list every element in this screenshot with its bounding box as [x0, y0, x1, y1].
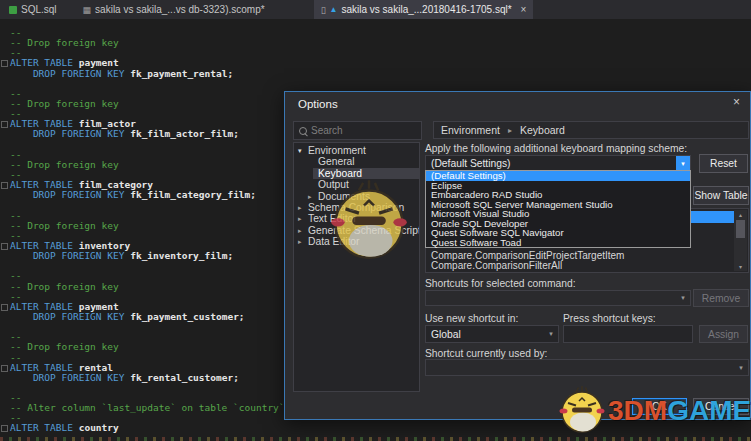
code-line: -- Drop foreign key — [0, 99, 285, 109]
code-line — [0, 79, 285, 89]
tree-item-label: Environment — [308, 145, 366, 156]
code-line — [0, 383, 285, 393]
code-line: -- Drop foreign key — [0, 282, 285, 292]
breadcrumb-parent[interactable]: Environment — [441, 124, 500, 136]
show-table-button[interactable]: Show Table — [693, 186, 749, 205]
scheme-option[interactable]: Quest Software Toad — [426, 238, 690, 248]
code-line: DROP FOREIGN KEY fk_film_category_film; — [0, 190, 285, 200]
tab-label: sakila vs sakila_...vs db-3323).scomp* — [95, 4, 265, 15]
scheme-option[interactable]: (Default Settings) — [426, 171, 690, 181]
options-search[interactable] — [293, 121, 422, 140]
code-line — [0, 140, 285, 150]
watermark-chick-icon — [326, 177, 412, 261]
tab-label: sakila vs sakila_...20180416-1705.sql* — [342, 4, 512, 15]
command-list-item[interactable]: Compare.ComparisonFilterAll — [431, 260, 562, 271]
sql-file-icon — [9, 6, 17, 14]
press-keys-input[interactable] — [563, 325, 693, 343]
chevron-right-icon[interactable]: ▸ — [298, 236, 302, 247]
assign-button[interactable]: Assign — [699, 325, 748, 343]
code-line: -- Alter column `last_update` on table `… — [0, 403, 285, 413]
chevron-right-icon: ▸ — [508, 126, 512, 135]
chevron-down-icon[interactable]: ▾ — [676, 291, 690, 305]
tree-item-label: General — [318, 156, 355, 167]
tab-label: SQL.sql — [21, 4, 57, 15]
scheme-dropdown-popup: (Default Settings)EclipseEmbarcadero RAD… — [425, 170, 691, 248]
remove-button[interactable]: Remove — [693, 289, 749, 307]
code-line: -- Drop foreign key — [0, 160, 285, 170]
fold-marker-icon[interactable] — [1, 304, 8, 311]
chevron-down-icon[interactable]: ▾ — [734, 360, 748, 375]
scheme-label: Apply the following additional keyboard … — [425, 143, 687, 154]
code-line — [0, 200, 285, 210]
search-icon — [299, 127, 307, 135]
chevron-right-icon[interactable]: ▸ — [298, 202, 302, 213]
close-icon[interactable]: × — [521, 4, 527, 15]
search-input[interactable] — [307, 125, 447, 136]
scroll-down-icon[interactable]: ▾ — [739, 263, 742, 270]
dialog-close-icon[interactable]: × — [733, 95, 740, 109]
used-by-label: Shortcut currently used by: — [425, 348, 547, 359]
fold-marker-icon[interactable] — [1, 243, 8, 250]
used-by-combobox[interactable]: ▾ — [425, 359, 749, 376]
editor-tab[interactable]: ▯▲sakila vs sakila_...20180416-1705.sql*… — [314, 0, 534, 19]
dialog-title: Options — [298, 98, 338, 110]
chevron-right-icon[interactable]: ▸ — [298, 225, 302, 236]
chevron-right-icon[interactable]: ▸ — [298, 213, 302, 224]
code-line: DROP FOREIGN KEY fk_payment_customer; — [0, 312, 285, 322]
scope-combobox[interactable]: Global ▾ — [425, 325, 559, 343]
chevron-down-icon[interactable]: ▾ — [676, 156, 690, 171]
chevron-down-icon[interactable]: ▾ — [544, 326, 558, 342]
code-line: -- Drop foreign key — [0, 221, 285, 231]
sync-warning-icon: ▲ — [330, 5, 338, 14]
scope-value: Global — [426, 329, 544, 340]
document-icon: ▯ — [321, 5, 326, 15]
3dmgame-watermark: 3DMGAME — [556, 384, 751, 434]
code-line: DROP FOREIGN KEY fk_film_actor_film; — [0, 129, 285, 139]
breadcrumb: Environment ▸ Keyboard — [433, 121, 749, 139]
code-line: DROP FOREIGN KEY fk_inventory_film; — [0, 251, 285, 261]
logo-chick-icon — [556, 384, 608, 434]
scroll-up-icon[interactable]: ▴ — [739, 211, 742, 218]
code-line — [0, 322, 285, 332]
scrollbar-thumb[interactable] — [736, 220, 745, 238]
command-list-scrollbar[interactable]: ▴ ▾ — [734, 210, 747, 271]
chevron-right-icon[interactable]: ▸ — [308, 191, 312, 202]
code-line: -- Drop foreign key — [0, 38, 285, 48]
code-line: DROP FOREIGN KEY fk_payment_rental; — [0, 69, 285, 79]
editor-tab[interactable]: ▦sakila vs sakila_...vs db-3323).scomp* — [76, 0, 272, 19]
scheme-value: (Default Settings) — [426, 158, 676, 169]
sql-code: ---- Drop foreign key--ALTER TABLE payme… — [0, 28, 285, 434]
breadcrumb-child: Keyboard — [520, 124, 565, 136]
code-line: -- Drop foreign key — [0, 342, 285, 352]
code-line: DROP FOREIGN KEY fk_rental_customer; — [0, 373, 285, 383]
tab-bar: SQL.sql▦sakila vs sakila_...vs db-3323).… — [0, 0, 751, 19]
tree-item-general[interactable]: General — [294, 156, 419, 167]
watermark-noise-strip — [0, 437, 751, 441]
fold-marker-icon[interactable] — [1, 425, 8, 432]
press-keys-label: Press shortcut keys: — [563, 313, 656, 324]
fold-marker-icon[interactable] — [1, 182, 8, 189]
fold-marker-icon[interactable] — [1, 60, 8, 67]
fold-marker-icon[interactable] — [1, 121, 8, 128]
editor-tab[interactable]: SQL.sql — [2, 0, 64, 19]
chevron-down-icon[interactable]: ▾ — [298, 145, 302, 156]
logo-text-game: GAME — [667, 388, 751, 434]
tree-item-environment[interactable]: ▾Environment — [294, 145, 419, 156]
shortcuts-combobox[interactable]: ▾ — [425, 290, 691, 306]
fold-marker-icon[interactable] — [1, 365, 8, 372]
logo-text-3dm: 3DM — [608, 388, 667, 434]
reset-button[interactable]: Reset — [699, 154, 748, 173]
shortcuts-label: Shortcuts for selected command: — [425, 278, 576, 289]
code-line — [0, 261, 285, 271]
code-line: ALTER TABLE country — [0, 423, 285, 433]
schema-compare-icon: ▦ — [83, 5, 92, 15]
use-shortcut-label: Use new shortcut in: — [425, 313, 518, 324]
